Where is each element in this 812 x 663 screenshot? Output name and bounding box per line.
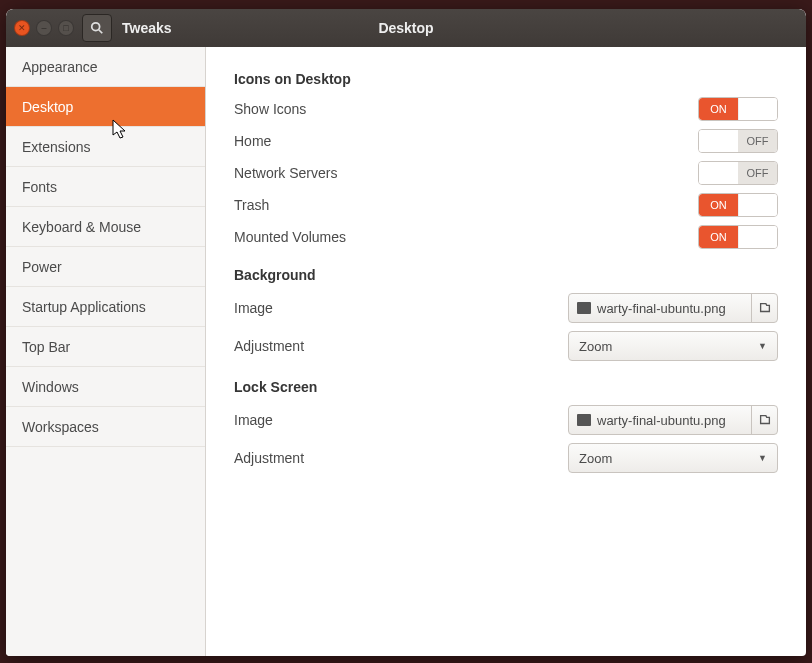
toggle-on-label: ON [699,162,738,184]
background-adjustment-combo[interactable]: Zoom ▼ [568,331,778,361]
lockscreen-image-filechooser[interactable]: warty-final-ubuntu.png [568,405,778,435]
toggle-on-label: ON [699,226,738,248]
section-title-icons-on-desktop: Icons on Desktop [234,71,778,87]
toggle-row: TrashONOFF [234,189,778,221]
toggle-row-label: Mounted Volumes [234,229,346,245]
background-adjustment-row: Adjustment Zoom ▼ [234,327,778,365]
toggle-row: Show IconsONOFF [234,93,778,125]
sidebar-item-label: Workspaces [22,419,99,435]
chevron-down-icon: ▼ [758,341,767,351]
toggle-switch[interactable]: ONOFF [698,193,778,217]
app-title: Tweaks [122,20,172,36]
toggle-off-label: OFF [738,226,777,248]
sidebar-item-label: Extensions [22,139,90,155]
sidebar-item-workspaces[interactable]: Workspaces [6,407,205,447]
svg-point-0 [92,23,100,31]
toggle-switch[interactable]: ONOFF [698,97,778,121]
sidebar-item-power[interactable]: Power [6,247,205,287]
open-file-icon[interactable] [751,294,777,322]
toggle-switch[interactable]: ONOFF [698,161,778,185]
toggle-off-label: OFF [738,130,777,152]
toggle-row-label: Network Servers [234,165,337,181]
sidebar-item-label: Top Bar [22,339,70,355]
toggle-row-label: Show Icons [234,101,306,117]
sidebar-item-label: Keyboard & Mouse [22,219,141,235]
sidebar-item-appearance[interactable]: Appearance [6,47,205,87]
tweaks-window: ✕ – □ Tweaks Desktop AppearanceDesktopEx… [6,9,806,656]
toggle-row: Network ServersONOFF [234,157,778,189]
background-adjustment-label: Adjustment [234,338,304,354]
sidebar: AppearanceDesktopExtensionsFontsKeyboard… [6,47,206,656]
background-image-label: Image [234,300,273,316]
lockscreen-image-row: Image warty-final-ubuntu.png [234,401,778,439]
minimize-icon[interactable]: – [36,20,52,36]
lockscreen-image-label: Image [234,412,273,428]
section-title-background: Background [234,267,778,283]
sidebar-item-label: Windows [22,379,79,395]
sidebar-item-fonts[interactable]: Fonts [6,167,205,207]
sidebar-item-label: Appearance [22,59,98,75]
toggle-off-label: OFF [738,194,777,216]
background-image-row: Image warty-final-ubuntu.png [234,289,778,327]
lockscreen-adjustment-combo[interactable]: Zoom ▼ [568,443,778,473]
open-file-icon[interactable] [751,406,777,434]
sidebar-item-top-bar[interactable]: Top Bar [6,327,205,367]
toggle-switch[interactable]: ONOFF [698,225,778,249]
sidebar-item-keyboard-mouse[interactable]: Keyboard & Mouse [6,207,205,247]
lockscreen-adjustment-value: Zoom [579,451,612,466]
chevron-down-icon: ▼ [758,453,767,463]
sidebar-item-label: Startup Applications [22,299,146,315]
search-icon [90,21,104,35]
sidebar-item-label: Fonts [22,179,57,195]
lockscreen-adjustment-label: Adjustment [234,450,304,466]
toggle-row: HomeONOFF [234,125,778,157]
sidebar-item-extensions[interactable]: Extensions [6,127,205,167]
window-body: AppearanceDesktopExtensionsFontsKeyboard… [6,47,806,656]
sidebar-item-label: Power [22,259,62,275]
sidebar-item-startup-applications[interactable]: Startup Applications [6,287,205,327]
section-title-lock-screen: Lock Screen [234,379,778,395]
window-controls: ✕ – □ [14,20,74,36]
toggle-switch[interactable]: ONOFF [698,129,778,153]
toggle-off-label: OFF [738,98,777,120]
background-image-filename: warty-final-ubuntu.png [597,301,726,316]
image-file-icon [577,414,591,426]
sidebar-item-windows[interactable]: Windows [6,367,205,407]
image-file-icon [577,302,591,314]
toggle-on-label: ON [699,194,738,216]
toggle-row-label: Home [234,133,271,149]
content-pane: Icons on Desktop Show IconsONOFFHomeONOF… [206,47,806,656]
toggle-off-label: OFF [738,162,777,184]
maximize-icon[interactable]: □ [58,20,74,36]
close-icon[interactable]: ✕ [14,20,30,36]
svg-line-1 [99,30,103,34]
toggle-on-label: ON [699,98,738,120]
lockscreen-image-filename: warty-final-ubuntu.png [597,413,726,428]
toggle-on-label: ON [699,130,738,152]
toggle-row-label: Trash [234,197,269,213]
sidebar-item-label: Desktop [22,99,73,115]
background-image-filechooser[interactable]: warty-final-ubuntu.png [568,293,778,323]
titlebar: ✕ – □ Tweaks Desktop [6,9,806,47]
lockscreen-adjustment-row: Adjustment Zoom ▼ [234,439,778,477]
background-adjustment-value: Zoom [579,339,612,354]
toggle-row: Mounted VolumesONOFF [234,221,778,253]
sidebar-item-desktop[interactable]: Desktop [6,87,205,127]
search-button[interactable] [82,14,112,42]
